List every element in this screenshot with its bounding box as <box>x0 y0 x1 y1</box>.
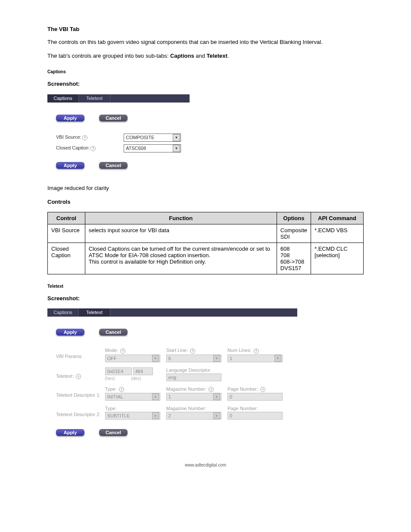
mag1-select[interactable]: 1▼ <box>166 393 221 401</box>
chevron-down-icon: ▼ <box>213 393 220 400</box>
cell-options: 608 708 608->708 DVS157 <box>277 243 311 274</box>
screenshot-teletext: Captions Teletext Apply Cancel VBI Param… <box>47 308 297 445</box>
page2-input[interactable]: 0 <box>227 412 283 420</box>
teletext-hex-input[interactable]: 0x01E4 <box>105 367 132 375</box>
apply-button[interactable]: Apply <box>56 115 84 121</box>
teletext-label: Teletext: <box>56 373 74 379</box>
intro-paragraph-1: The controls on this tab govern video si… <box>47 38 364 46</box>
th-api: API Command <box>311 212 363 224</box>
help-icon[interactable]: ? <box>120 348 125 354</box>
chevron-down-icon: ▼ <box>152 355 159 362</box>
start-line-select[interactable]: 6▼ <box>166 355 221 362</box>
mode-select[interactable]: OFF▼ <box>105 355 160 362</box>
th-function: Function <box>85 212 277 224</box>
closed-caption-label: Closed Caption:? <box>56 145 124 151</box>
help-icon[interactable]: ? <box>254 348 259 354</box>
apply-button[interactable]: Apply <box>56 429 84 436</box>
help-icon[interactable]: ? <box>190 348 195 354</box>
hex-caption: (hex) <box>105 376 130 381</box>
tab-teletext[interactable]: Teletext <box>79 308 110 317</box>
tab-captions[interactable]: Captions <box>47 94 79 103</box>
help-icon[interactable]: ? <box>76 374 81 379</box>
cell-options: Composite SDI <box>277 224 311 243</box>
screenshot-captions: Captions Teletext Apply Cancel VBI Sourc… <box>47 94 190 178</box>
type2-value: SUBTITLE <box>107 413 130 418</box>
help-icon[interactable]: ? <box>82 135 87 140</box>
cell-api: *.ECMD VBS <box>311 224 363 243</box>
cell-function: selects input source for VBI data <box>85 224 277 243</box>
cell-api: *.ECMD CLC [selection] <box>311 243 363 274</box>
heading-vbi-tab: The VBI Tab <box>47 26 364 32</box>
cell-function: Closed Captions can be turned off for th… <box>85 243 277 274</box>
teletext-dec-input[interactable]: 484 <box>133 367 153 375</box>
chevron-down-icon: ▼ <box>213 412 220 419</box>
num-lines-select[interactable]: 1▼ <box>227 355 283 362</box>
vbi-source-select[interactable]: COMPOSITE ▼ <box>124 134 181 142</box>
intro2-text-c: and <box>194 53 207 59</box>
page1-input[interactable]: 0 <box>227 393 283 401</box>
mode-label: Mode: <box>105 348 118 353</box>
th-options: Options <box>277 212 311 224</box>
start-line-value: 6 <box>168 356 171 361</box>
intro2-teletext: Teletext <box>207 53 227 59</box>
cancel-button[interactable]: Cancel <box>99 329 128 336</box>
closed-caption-value: ATSC608 <box>126 146 146 151</box>
start-line-label: Start Line: <box>166 348 188 353</box>
controls-label: Controls <box>47 198 364 206</box>
chevron-down-icon: ▼ <box>213 355 220 362</box>
apply-button[interactable]: Apply <box>56 329 84 336</box>
chevron-down-icon: ▼ <box>152 393 159 400</box>
cancel-button[interactable]: Cancel <box>99 429 128 436</box>
image-reduced-note: Image reduced for clarity <box>47 184 364 192</box>
captions-subtitle: Captions <box>47 69 364 74</box>
teletext-subtitle: Teletext <box>47 284 364 289</box>
table-row: Closed Caption Closed Captions can be tu… <box>48 243 364 274</box>
teletext-desc1-label: Teletext Descriptor 1: <box>56 386 105 401</box>
num-lines-value: 1 <box>230 356 232 361</box>
type1-select[interactable]: INITIAL▼ <box>105 393 160 401</box>
mode-value: OFF <box>107 356 117 361</box>
closed-caption-label-text: Closed Caption: <box>56 145 90 150</box>
page2-label: Page Number: <box>227 406 289 411</box>
magazine-label: Magazine Number: <box>166 386 206 392</box>
chevron-down-icon: ▼ <box>152 412 159 419</box>
chevron-down-icon: ▼ <box>274 355 281 362</box>
cell-control: VBI Source <box>48 224 85 243</box>
tab-teletext[interactable]: Teletext <box>79 94 110 103</box>
intro2-captions: Captions <box>170 53 194 59</box>
cell-control: Closed Caption <box>48 243 85 274</box>
type1-value: INITIAL <box>107 394 123 399</box>
closed-caption-select[interactable]: ATSC608 ▼ <box>124 144 181 152</box>
intro2-text-a: The tab's controls are grouped into two … <box>47 53 170 59</box>
dec-caption: (dec) <box>131 376 141 381</box>
cancel-button[interactable]: Cancel <box>99 162 128 169</box>
footer-url: www.adtecdigital.com <box>47 463 364 467</box>
th-control: Control <box>48 212 85 224</box>
vbi-source-value: COMPOSITE <box>126 135 154 140</box>
tab-captions[interactable]: Captions <box>47 308 79 317</box>
teletext-desc2-label: Teletext Descriptor 2: <box>56 406 105 420</box>
lang-desc-input[interactable]: eng <box>166 373 221 381</box>
screenshot-label-2: Screenshot: <box>47 295 364 302</box>
vbi-source-label-text: VBI Source: <box>56 134 81 140</box>
type2-select[interactable]: SUBTITLE▼ <box>105 412 160 420</box>
help-icon[interactable]: ? <box>260 387 265 392</box>
help-icon[interactable]: ? <box>119 387 124 392</box>
chevron-down-icon: ▼ <box>173 134 180 141</box>
help-icon[interactable]: ? <box>90 146 96 151</box>
vbi-params-label: VBI Params: <box>56 348 105 362</box>
apply-button[interactable]: Apply <box>56 162 84 169</box>
tabbar: Captions Teletext <box>47 308 297 317</box>
help-icon[interactable]: ? <box>209 387 214 392</box>
controls-table: Control Function Options API Command VBI… <box>47 212 364 274</box>
num-lines-label: Num Lines: <box>227 348 252 353</box>
chevron-down-icon: ▼ <box>173 145 180 152</box>
screenshot-label-1: Screenshot: <box>47 80 364 88</box>
mag2-value: 2 <box>168 413 171 418</box>
page-label: Page Number: <box>227 386 258 392</box>
mag2-select[interactable]: 2▼ <box>166 412 221 420</box>
lang-desc-label: Language Descriptor <box>166 367 227 373</box>
cancel-button[interactable]: Cancel <box>99 115 128 121</box>
table-row: VBI Source selects input source for VBI … <box>48 224 364 243</box>
vbi-source-label: VBI Source:? <box>56 134 124 140</box>
